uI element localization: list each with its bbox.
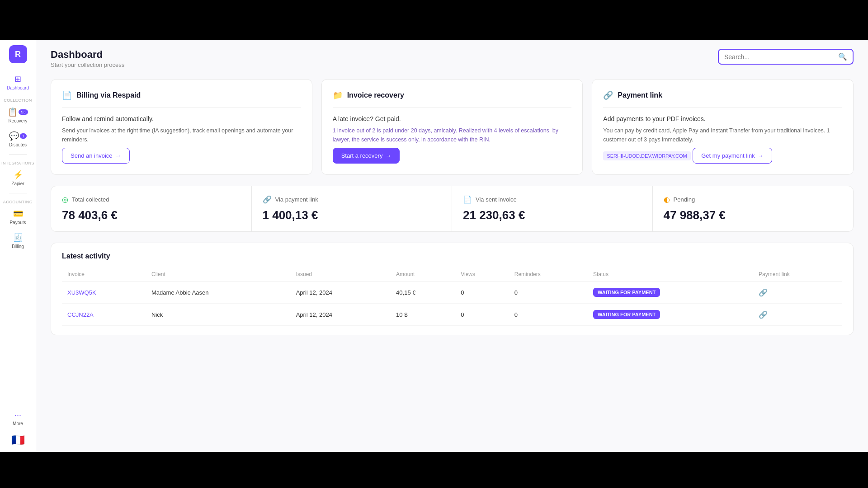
send-invoice-button[interactable]: Send an invoice → bbox=[62, 148, 130, 164]
pending-icon: ◐ bbox=[664, 195, 670, 204]
stat-pending: ◐ Pending 47 988,37 € bbox=[653, 186, 854, 231]
sidebar-item-label: Dashboard bbox=[7, 85, 29, 91]
via-payment-link-label: Via payment link bbox=[275, 196, 318, 203]
col-issued: Issued bbox=[291, 267, 391, 282]
recovery-icon: 📋 bbox=[8, 107, 18, 117]
payouts-label: Payouts bbox=[9, 220, 26, 225]
get-payment-link-button[interactable]: Get my payment link → bbox=[693, 148, 772, 164]
cards-row: 📄 Billing via Respaid Follow and remind … bbox=[51, 79, 854, 175]
activity-title: Latest activity bbox=[62, 252, 842, 260]
search-icon: 🔍 bbox=[838, 52, 847, 61]
sidebar-item-billing[interactable]: 🧾 Billing bbox=[0, 229, 36, 253]
pending-value: 47 988,37 € bbox=[664, 208, 843, 222]
payment-link-cell: 🔗 bbox=[753, 304, 842, 326]
dashboard-icon: ⊞ bbox=[14, 74, 21, 84]
invoice-id[interactable]: XU3WQ5K bbox=[62, 282, 146, 304]
col-invoice: Invoice bbox=[62, 267, 146, 282]
sidebar-item-dashboard[interactable]: ⊞ Dashboard bbox=[0, 70, 36, 94]
billing-icon: 🧾 bbox=[13, 233, 23, 243]
payment-link-icon[interactable]: 🔗 bbox=[759, 289, 768, 296]
table-row: XU3WQ5K Madame Abbie Aasen April 12, 202… bbox=[62, 282, 842, 304]
recovery-label: Recovery bbox=[8, 118, 27, 124]
via-sent-invoice-icon: 📄 bbox=[463, 195, 472, 204]
send-invoice-label: Send an invoice bbox=[71, 152, 113, 159]
page-header: Dashboard Start your collection process … bbox=[51, 49, 854, 68]
stat-via-sent-invoice: 📄 Via sent invoice 21 230,63 € bbox=[452, 186, 653, 231]
recovery-card-header: 📁 Invoice recovery bbox=[333, 90, 572, 100]
country-flag: 🇫🇷 bbox=[11, 434, 25, 446]
via-payment-link-icon: 🔗 bbox=[263, 195, 272, 204]
search-input[interactable] bbox=[724, 53, 838, 61]
col-amount: Amount bbox=[391, 267, 455, 282]
recovery-card-icon: 📁 bbox=[333, 90, 343, 100]
views: 0 bbox=[455, 282, 509, 304]
client-name: Madame Abbie Aasen bbox=[146, 282, 291, 304]
status-cell: WAITING FOR PAYMENT bbox=[588, 304, 753, 326]
invoice-id[interactable]: CCJN22A bbox=[62, 304, 146, 326]
client-name: Nick bbox=[146, 304, 291, 326]
issued-date: April 12, 2024 bbox=[291, 282, 391, 304]
sidebar-item-recovery[interactable]: 📋 53 Recovery bbox=[0, 103, 36, 127]
page-subtitle: Start your collection process bbox=[51, 61, 124, 68]
pending-label: Pending bbox=[674, 196, 695, 203]
disputes-icon: 💬 bbox=[9, 131, 19, 141]
recovery-card-title: Invoice recovery bbox=[347, 91, 404, 99]
billing-card: 📄 Billing via Respaid Follow and remind … bbox=[51, 79, 312, 175]
disputes-badge: 1 bbox=[20, 133, 27, 139]
sidebar-item-payouts[interactable]: 💳 Payouts bbox=[0, 205, 36, 229]
payment-link-cell: 🔗 bbox=[753, 282, 842, 304]
col-payment-link: Payment link bbox=[753, 267, 842, 282]
page-title: Dashboard bbox=[51, 49, 124, 61]
status-cell: WAITING FOR PAYMENT bbox=[588, 282, 753, 304]
disputes-label: Disputes bbox=[9, 142, 27, 148]
payouts-icon: 💳 bbox=[13, 209, 23, 219]
bottom-bar bbox=[0, 452, 868, 488]
sidebar-item-disputes[interactable]: 💬 1 Disputes bbox=[0, 127, 36, 151]
payment-link-card: 🔗 Payment link Add payments to your PDF … bbox=[592, 79, 854, 175]
payment-card-title: Payment link bbox=[618, 91, 662, 99]
reminders: 0 bbox=[509, 282, 588, 304]
payment-link-url: SERHII-UDOD.DEV.WIDRPAY.COM bbox=[603, 151, 690, 160]
app-logo[interactable]: R bbox=[9, 45, 27, 63]
more-icon: ··· bbox=[14, 410, 21, 420]
activity-table-body: XU3WQ5K Madame Abbie Aasen April 12, 202… bbox=[62, 282, 842, 326]
more-label: More bbox=[13, 421, 23, 427]
via-payment-link-value: 1 400,13 € bbox=[263, 208, 441, 222]
payment-card-icon: 🔗 bbox=[603, 90, 613, 100]
views: 0 bbox=[455, 304, 509, 326]
search-box[interactable]: 🔍 bbox=[718, 49, 854, 65]
payment-link-icon[interactable]: 🔗 bbox=[759, 311, 768, 319]
get-payment-link-arrow: → bbox=[758, 152, 764, 159]
col-reminders: Reminders bbox=[509, 267, 588, 282]
amount: 10 $ bbox=[391, 304, 455, 326]
recovery-badge: 53 bbox=[19, 109, 28, 115]
sidebar-divider-1 bbox=[9, 154, 27, 155]
send-invoice-arrow: → bbox=[115, 152, 121, 159]
recovery-card-subtitle: A late invoice? Get paid. bbox=[333, 115, 572, 122]
col-views: Views bbox=[455, 267, 509, 282]
status-badge: WAITING FOR PAYMENT bbox=[593, 310, 660, 319]
payment-card-subtitle: Add payments to your PDF invoices. bbox=[603, 115, 842, 122]
activity-section: Latest activity Invoice Client Issued Am… bbox=[51, 243, 854, 335]
start-recovery-label: Start a recovery bbox=[341, 152, 383, 159]
sidebar-divider-2 bbox=[9, 193, 27, 193]
sidebar-item-zapier[interactable]: ⚡ Zapier bbox=[0, 166, 36, 190]
main-content: Dashboard Start your collection process … bbox=[36, 40, 868, 452]
integrations-section-label: INTEGRATIONS bbox=[0, 161, 38, 165]
status-badge: WAITING FOR PAYMENT bbox=[593, 288, 660, 297]
recovery-card-desc: 1 invoice out of 2 is paid under 20 days… bbox=[333, 126, 572, 144]
stats-row: ◎ Total collected 78 403,6 € 🔗 Via payme… bbox=[51, 186, 854, 232]
stat-total-collected: ◎ Total collected 78 403,6 € bbox=[51, 186, 252, 231]
start-recovery-arrow: → bbox=[385, 152, 391, 159]
activity-table: Invoice Client Issued Amount Views Remin… bbox=[62, 267, 842, 326]
sidebar: R ⊞ Dashboard COLLECTION 📋 53 Recovery 💬… bbox=[0, 40, 36, 452]
invoice-recovery-card: 📁 Invoice recovery A late invoice? Get p… bbox=[321, 79, 583, 175]
billing-card-subtitle: Follow and remind automatically. bbox=[62, 115, 301, 122]
sidebar-item-more[interactable]: ··· More bbox=[0, 407, 36, 430]
issued-date: April 12, 2024 bbox=[291, 304, 391, 326]
top-bar bbox=[0, 0, 868, 40]
col-client: Client bbox=[146, 267, 291, 282]
billing-card-header: 📄 Billing via Respaid bbox=[62, 90, 301, 100]
total-collected-icon: ◎ bbox=[62, 195, 68, 204]
start-recovery-button[interactable]: Start a recovery → bbox=[333, 148, 400, 164]
